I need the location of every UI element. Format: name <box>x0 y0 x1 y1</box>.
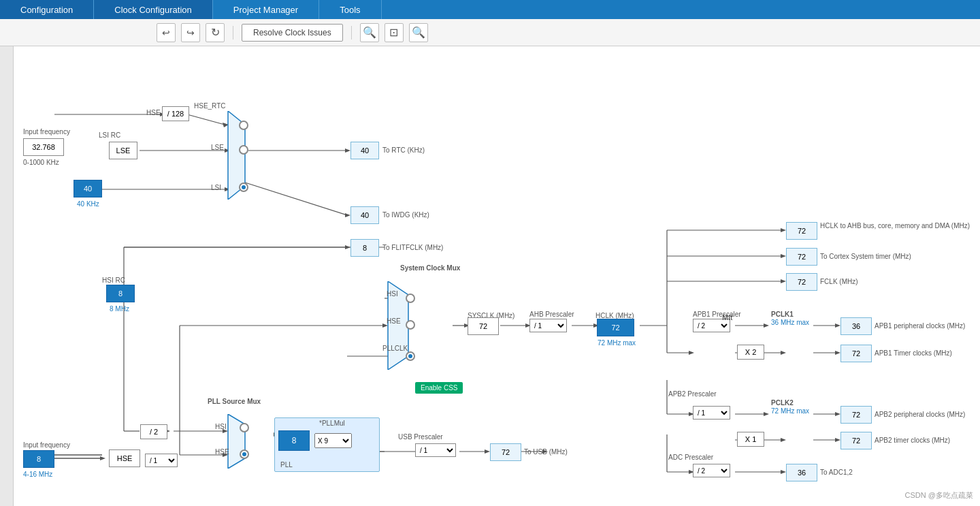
nav-configuration[interactable]: Configuration <box>0 0 94 19</box>
adc-prescaler-select[interactable]: / 2 <box>693 464 730 477</box>
redo-button[interactable]: ↪ <box>181 23 200 42</box>
pll-mul-select[interactable]: X 9 <box>314 433 352 448</box>
enable-css-button[interactable]: Enable CSS <box>415 382 463 394</box>
zoom-in-button[interactable]: 🔍 <box>360 23 379 42</box>
pll-source-mux-label: PLL Source Mux <box>208 398 261 405</box>
svg-marker-49 <box>835 351 840 355</box>
pclk1-max-label: 36 MHz max <box>771 319 809 326</box>
hse-box[interactable]: HSE <box>109 449 140 467</box>
cortex-value-box: 72 <box>786 248 817 266</box>
svg-marker-47 <box>781 351 786 355</box>
svg-marker-41 <box>689 351 694 355</box>
usb-prescaler-label: USB Prescaler <box>398 433 443 441</box>
flitfclk-label: To FLITFCLK (MHz) <box>382 244 443 251</box>
nav-clock-config[interactable]: Clock Configuration <box>94 0 212 19</box>
fclk-label: FCLK (MHz) <box>820 278 858 285</box>
input-freq-range-1: 0-1000 KHz <box>23 159 59 166</box>
svg-marker-58 <box>781 438 786 442</box>
svg-marker-60 <box>835 438 840 442</box>
fclk-value-box: 72 <box>786 273 817 291</box>
apb1-timer-value-box: 72 <box>840 345 872 362</box>
pclk2-max-label: 72 MHz max <box>771 407 809 415</box>
undo-button[interactable]: ↩ <box>157 23 176 42</box>
lse-mux-label: LSE <box>211 144 224 151</box>
pll-block: *PLLMul 8 X 9 PLL <box>274 417 380 472</box>
svg-marker-56 <box>835 412 840 416</box>
apb1-timer-x2-box: X 2 <box>737 345 764 360</box>
svg-marker-36 <box>781 254 786 258</box>
toolbar-sep-1 <box>233 26 233 39</box>
rtc-mux-radio-lsi[interactable] <box>239 183 248 192</box>
adc-label: To ADC1,2 <box>820 469 853 476</box>
rtc-mux-radio-lse[interactable] <box>239 145 248 155</box>
usb-label: To USB (MHz) <box>524 448 568 456</box>
pll-label: PLL <box>280 461 293 469</box>
pll-mul-label: *PLLMul <box>319 420 345 427</box>
sysclk-mux-radio-hsi[interactable] <box>406 294 415 303</box>
adc-prescaler-label: ADC Prescaler <box>668 454 713 461</box>
pll-mux-radio-hse[interactable] <box>240 449 249 459</box>
usb-prescaler-select[interactable]: / 1 <box>415 443 456 457</box>
pll-div2-box: / 2 <box>140 424 167 439</box>
input-freq-value-box-1: 32.768 <box>23 138 64 156</box>
ahb-prescaler-select[interactable]: / 1 <box>529 319 567 332</box>
hse-label-top: HSE <box>146 109 161 116</box>
rtc-mux-radio-hse[interactable] <box>239 121 248 130</box>
rtc-value-box: 40 <box>350 142 379 159</box>
apb1-timer-label: APB1 Timer clocks (MHz) <box>875 349 952 357</box>
main-content: HSE / 128 HSE_RTC LSE LSI RC LSE 40 40 K… <box>0 46 980 506</box>
svg-marker-83 <box>100 456 105 460</box>
svg-line-11 <box>245 183 347 215</box>
input-freq-range-2: 4-16 MHz <box>23 471 52 478</box>
hclk-max-label: 72 MHz max <box>598 339 636 347</box>
zoom-out-button[interactable]: 🔍 <box>409 23 428 42</box>
hse-pll-label: HSE <box>215 448 229 456</box>
hsi-pll-label: HSI <box>215 423 227 430</box>
lse-box[interactable]: LSE <box>109 142 137 159</box>
diagram-area: HSE / 128 HSE_RTC LSE LSI RC LSE 40 40 K… <box>14 46 980 506</box>
nav-tools[interactable]: Tools <box>319 0 381 19</box>
svg-marker-43 <box>764 323 769 328</box>
svg-marker-38 <box>781 279 786 283</box>
pll-source-mux <box>225 414 248 469</box>
apb2-prescaler-label: APB2 Prescaler <box>668 390 717 398</box>
hse-rtc-label: HSE_RTC <box>194 102 226 110</box>
hse-div1-select[interactable]: / 1 <box>145 454 178 467</box>
hclk-ahb-value-box: 72 <box>786 222 817 240</box>
nav-bar: Configuration Clock Configuration Projec… <box>0 0 980 19</box>
apb2-timer-value-box: 72 <box>840 432 872 449</box>
svg-marker-54 <box>764 412 769 416</box>
pll-mul-value-box: 8 <box>278 430 310 451</box>
refresh-button[interactable]: ↻ <box>206 23 225 42</box>
sysclk-value-box: 72 <box>468 317 499 335</box>
iwdg-label: To IWDG (KHz) <box>382 211 429 219</box>
sysclk-mux-radio-hse[interactable] <box>406 320 415 330</box>
apb2-timer-x1-box: X 1 <box>737 432 764 447</box>
apb2-periph-value-box: 72 <box>840 406 872 424</box>
svg-marker-79 <box>485 449 490 454</box>
sysclk-mux-radio-pllclk[interactable] <box>406 351 415 361</box>
hsi-mhz-label: 8 MHz <box>110 305 129 313</box>
pll-mux-radio-hsi[interactable] <box>240 423 249 432</box>
svg-marker-17 <box>345 245 350 249</box>
input-freq-label-2: Input frequency <box>23 441 70 449</box>
apb1-prescaler-label: APB1 Prescaler <box>693 311 741 318</box>
pclk1-label: PCLK1 <box>771 311 794 318</box>
apb2-periph-label: APB2 peripheral clocks (MHz) <box>875 411 965 418</box>
resolve-clock-button[interactable]: Resolve Clock Issues <box>242 24 343 42</box>
svg-marker-88 <box>228 414 245 469</box>
fit-button[interactable]: ⊡ <box>385 23 404 42</box>
iwdg-value-box: 40 <box>350 206 379 224</box>
hse-mux-label: HSE <box>387 317 401 325</box>
toolbar: ↩ ↪ ↻ Resolve Clock Issues 🔍 ⊡ 🔍 <box>0 19 980 46</box>
nav-project-manager[interactable]: Project Manager <box>213 0 319 19</box>
apb2-prescaler-select[interactable]: / 1 <box>693 406 730 420</box>
pllclk-mux-label: PLLCLK <box>382 345 408 352</box>
adc-value-box: 36 <box>786 464 817 481</box>
lsi-mux-label: LSI <box>211 184 221 191</box>
cortex-label: To Cortex System timer (MHz) <box>820 253 911 260</box>
lsi-khz-label: 40 KHz <box>77 200 99 208</box>
pclk2-label: PCLK2 <box>771 399 794 407</box>
apb1-periph-label: APB1 peripheral clocks (MHz) <box>875 322 965 330</box>
apb2-timer-label: APB2 timer clocks (MHz) <box>875 437 950 444</box>
